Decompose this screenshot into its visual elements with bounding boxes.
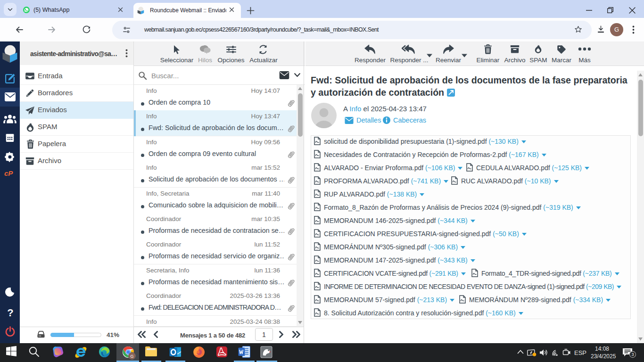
svg-text:3: 3 — [631, 352, 634, 357]
